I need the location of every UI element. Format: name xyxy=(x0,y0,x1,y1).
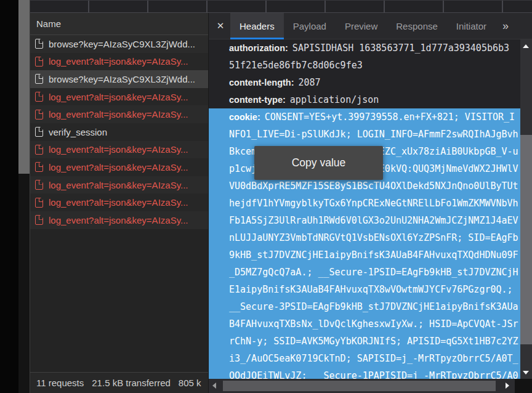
resources-size: 805 k xyxy=(179,378,201,388)
more-tabs-icon[interactable]: » xyxy=(502,20,509,33)
header-value-line: VU0dBdXprRE5MZF15SE8yS1BScTU4OXlDekd5NXJ… xyxy=(229,180,518,192)
context-menu-item-copy-value[interactable]: Copy value xyxy=(292,156,346,169)
header-value-line: 51f21e5de86fb7c8d06c9fe3 xyxy=(229,60,363,71)
transferred-size: 21.5 kB transferred xyxy=(92,378,171,388)
request-row[interactable]: browse?key=AIzaSyC9XL3ZjWdd... xyxy=(30,70,208,88)
header-name: cookie: xyxy=(229,112,260,122)
request-row[interactable]: verify_session xyxy=(30,123,208,141)
headers-content: authorization:SAPISIDHASH 1638563771_1d7… xyxy=(209,39,520,379)
horizontal-scrollbar[interactable] xyxy=(209,379,515,393)
file-icon xyxy=(35,92,43,102)
request-list: browse?key=AIzaSyC9XL3ZjWdd...log_event?… xyxy=(30,35,208,229)
header-value-line: QOdJQEiTWLvJZ; __Secure-1PAPISID=j_-MrRT… xyxy=(229,370,518,379)
header-name: content-type: xyxy=(229,95,286,105)
header-value-line: SAPISIDHASH 1638563771_1d777a393405b6b3 xyxy=(292,43,509,54)
file-icon xyxy=(35,215,43,225)
scroll-up-arrow-icon[interactable] xyxy=(523,44,529,48)
request-details-panel: ✕ HeadersPayloadPreviewResponseInitiator… xyxy=(208,13,532,393)
header-entry-authorization: authorization:SAPISIDHASH 1638563771_1d7… xyxy=(229,39,520,74)
file-icon xyxy=(35,110,43,120)
header-name: content-length: xyxy=(229,78,294,87)
header-name: authorization: xyxy=(229,43,288,53)
scrollbar-corner xyxy=(515,379,532,393)
header-value-line: 9kHB_stJ7DVZNCjHE1aipyBnifsK3AUaB4FAHvux… xyxy=(229,249,518,261)
background-page-scrollbar-thumb[interactable] xyxy=(18,0,30,174)
file-icon xyxy=(35,39,43,49)
network-status-bar: 11 requests 21.5 kB transferred 805 k xyxy=(30,372,208,393)
tab-strip: HeadersPayloadPreviewResponseInitiator xyxy=(230,13,496,39)
header-value-line: i3_/AuOC5eaK0719CkTnD; SAPISID=j_-MrRTpy… xyxy=(229,353,518,364)
file-icon xyxy=(35,162,43,172)
request-name: log_event?alt=json&key=AIzaSy... xyxy=(49,144,188,155)
request-name: browse?key=AIzaSyC9XL3ZjWdd... xyxy=(49,74,195,84)
header-value-line: __Secure-3PSID=EAgFb9kHB_stJ7DVZNCjHE1ai… xyxy=(229,301,518,312)
request-row[interactable]: log_event?alt=json&key=AIzaSy... xyxy=(30,53,208,71)
request-row[interactable]: log_event?alt=json&key=AIzaSy... xyxy=(30,176,208,194)
request-name: log_event?alt=json&key=AIzaSy... xyxy=(49,162,188,172)
devtools-window: Name browse?key=AIzaSyC9XL3ZjWdd...log_e… xyxy=(30,0,532,393)
tab-initiator[interactable]: Initiator xyxy=(447,13,496,39)
header-value-line: application/json xyxy=(290,94,379,105)
tab-response[interactable]: Response xyxy=(387,13,447,39)
request-row[interactable]: log_event?alt=json&key=AIzaSy... xyxy=(30,141,208,159)
context-menu: Copy value xyxy=(254,146,383,180)
request-name: browse?key=AIzaSyC9XL3ZjWdd... xyxy=(49,39,195,49)
tab-preview[interactable]: Preview xyxy=(336,13,387,39)
vertical-scrollbar[interactable] xyxy=(520,39,532,379)
file-icon xyxy=(35,145,43,155)
header-value-line: rChN-y; SSID=AVK5MGyYbKORJNIfS; APISID=q… xyxy=(229,336,518,347)
scroll-down-arrow-icon[interactable] xyxy=(523,371,529,375)
header-entry-content-type: content-type:application/json xyxy=(229,91,520,108)
request-name: verify_session xyxy=(49,127,107,137)
header-value-line: B4FAHvuxqTXBsNx_lDvQclKghesxwIyXw.; HSID… xyxy=(229,318,518,330)
tab-payload[interactable]: Payload xyxy=(284,13,336,39)
file-icon xyxy=(35,57,43,67)
header-value-line: NFO1_LIVE=Di-pSlUKdJk; LOGIN_INFO=AFmmF2… xyxy=(229,129,518,140)
request-row[interactable]: log_event?alt=json&key=AIzaSy... xyxy=(30,105,208,123)
network-requests-panel: Name browse?key=AIzaSyC9XL3ZjWdd...log_e… xyxy=(30,13,208,393)
header-value-line: _D5MZ7gQcQ7aA.; __Secure-1PSID=EAgFb9kHB… xyxy=(229,267,518,278)
request-row[interactable]: log_event?alt=json&key=AIzaSy... xyxy=(30,193,208,211)
scroll-left-arrow-icon[interactable] xyxy=(212,383,216,389)
tab-headers[interactable]: Headers xyxy=(230,13,284,39)
name-column-header[interactable]: Name xyxy=(30,13,208,35)
request-row[interactable]: browse?key=AIzaSyC9XL3ZjWdd... xyxy=(30,35,208,53)
close-icon[interactable]: ✕ xyxy=(211,13,230,39)
header-value-line: Fb1A5SjZ3UlRraUh1RWd6V0lGX3o2UnU2NHA2WmJ… xyxy=(229,215,518,226)
horizontal-scrollbar-thumb[interactable] xyxy=(223,381,496,391)
background-page-scrollbar-track xyxy=(18,174,30,393)
file-icon xyxy=(35,74,43,84)
request-row[interactable]: log_event?alt=json&key=AIzaSy... xyxy=(30,88,208,106)
file-icon xyxy=(35,198,43,208)
header-value-line: hejdfV1hYVmgyblkyTGx6YnpCRExNeGtNRElLbFo… xyxy=(229,198,518,209)
request-row[interactable]: log_event?alt=json&key=AIzaSy... xyxy=(30,158,208,176)
requests-count: 11 requests xyxy=(36,378,84,388)
request-name: log_event?alt=json&key=AIzaSy... xyxy=(49,215,188,225)
request-name: log_event?alt=json&key=AIzaSy... xyxy=(49,180,188,190)
header-entry-content-length: content-length:2087 xyxy=(229,74,520,91)
file-icon xyxy=(35,127,43,137)
scroll-right-arrow-icon[interactable] xyxy=(506,383,509,389)
header-value-line: 2087 xyxy=(299,77,321,88)
request-name: log_event?alt=json&key=AIzaSy... xyxy=(49,92,188,102)
request-name: log_event?alt=json&key=AIzaSy... xyxy=(49,109,188,120)
request-name: log_event?alt=json&key=AIzaSy... xyxy=(49,56,188,67)
header-value-line: E1aipyBnifsK3AUaB4FAHvuxqTX8wVOwtmWJYCFv… xyxy=(229,284,513,295)
request-name: log_event?alt=json&key=AIzaSy... xyxy=(49,197,188,208)
vertical-scrollbar-thumb[interactable] xyxy=(520,135,532,344)
header-value-line: nLUJJaUNYZ3VmbTdNRGVtQ1VsbENsOXl6YzZPSnF… xyxy=(229,232,518,243)
header-value-line: CONSENT=YES+yt.399739558.en+FX+821; VISI… xyxy=(265,111,515,123)
network-overview-strip[interactable] xyxy=(30,0,532,13)
details-tab-bar: ✕ HeadersPayloadPreviewResponseInitiator… xyxy=(209,13,532,39)
file-icon xyxy=(35,180,43,190)
request-row[interactable]: log_event?alt=json&key=AIzaSy... xyxy=(30,211,208,229)
